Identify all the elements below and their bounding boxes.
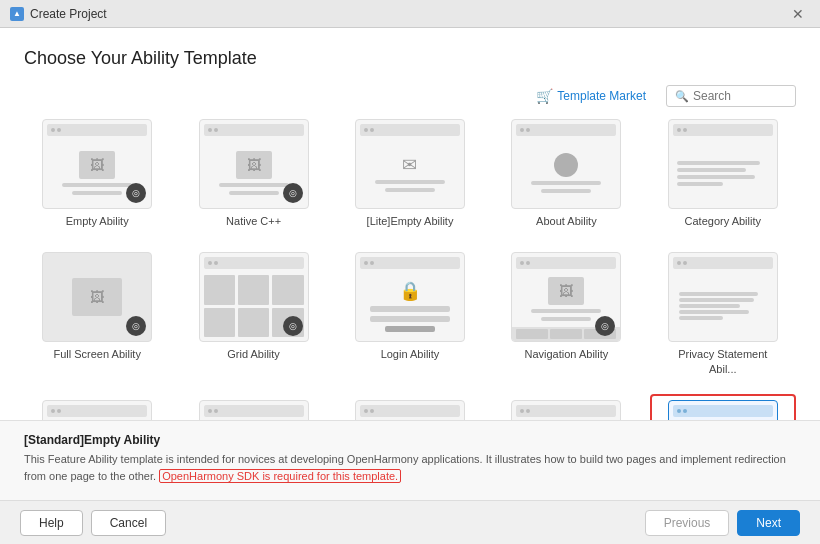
search-icon: 🔍 [675, 90, 689, 103]
title-bar-left: ▲ Create Project [10, 7, 107, 21]
card-image-list-ability: 📋 [355, 400, 465, 420]
previous-button[interactable]: Previous [645, 510, 730, 536]
card-image-native-cpp: 🖼 ◎ [199, 119, 309, 209]
template-market-label: Template Market [557, 89, 646, 103]
badge-icon-native: ◎ [283, 183, 303, 203]
template-card-standard-empty-ability[interactable]: ◯ [Standard]Empty Ability [650, 394, 796, 420]
template-card-login-ability[interactable]: 🔒 Login Ability [337, 246, 483, 382]
app-icon: ▲ [10, 7, 24, 21]
window-title: Create Project [30, 7, 107, 21]
card-image-lite-particle: JS ⊞ [511, 400, 621, 420]
card-label-about-ability: About Ability [536, 214, 597, 228]
template-market-icon: 🛒 [536, 88, 553, 104]
description-panel: [Standard]Empty Ability This Feature Abi… [0, 420, 820, 500]
template-card-navigation-ability[interactable]: 🖼 ◎ Navigation Ability [493, 246, 639, 382]
help-button[interactable]: Help [20, 510, 83, 536]
card-label-login-ability: Login Ability [381, 347, 440, 361]
card-image-navigation-ability: 🖼 ◎ [511, 252, 621, 342]
desc-highlight: OpenHarmony SDK is required for this tem… [159, 469, 401, 483]
card-label-native-cpp: Native C++ [226, 214, 281, 228]
card-label-navigation-ability: Navigation Ability [525, 347, 609, 361]
desc-text-before: This Feature Ability template is intende… [24, 453, 786, 482]
card-image-standard-empty-ability: ◯ [668, 400, 778, 420]
template-card-list-ability[interactable]: 📋 List Ability [337, 394, 483, 420]
header: Choose Your Ability Template [0, 28, 820, 79]
card-label-grid-ability: Grid Ability [227, 347, 280, 361]
title-bar: ▲ Create Project ✕ [0, 0, 820, 28]
window-close-button[interactable]: ✕ [786, 4, 810, 24]
card-label-category-ability: Category Ability [685, 214, 761, 228]
template-card-category-ability[interactable]: Category Ability [650, 113, 796, 234]
footer: Help Cancel Previous Next [0, 500, 820, 544]
badge-icon-grid: ◎ [283, 316, 303, 336]
card-label-lite-empty: [Lite]Empty Ability [367, 214, 454, 228]
card-label-privacy-ability: Privacy Statement Abil... [668, 347, 778, 376]
card-image-login-ability: 🔒 [355, 252, 465, 342]
template-market-button[interactable]: 🛒 Template Market [528, 85, 654, 107]
cancel-button[interactable]: Cancel [91, 510, 166, 536]
toolbar: 🛒 Template Market 🔍 [0, 79, 820, 113]
card-image-privacy-ability [668, 252, 778, 342]
description-text: This Feature Ability template is intende… [24, 451, 796, 484]
card-image-fullscreen: 🖼 ◎ [42, 252, 152, 342]
card-image-lite-empty: ✉ [355, 119, 465, 209]
template-card-splash-screen-ability[interactable]: ◎ Splash Screen Ability [180, 394, 326, 420]
search-input[interactable] [693, 89, 787, 103]
card-image-settings-ability: ◎ [42, 400, 152, 420]
template-card-lite-empty[interactable]: ✉ [Lite]Empty Ability [337, 113, 483, 234]
card-label-fullscreen: Full Screen Ability [53, 347, 140, 361]
description-title: [Standard]Empty Ability [24, 433, 796, 447]
template-grid: 🖼 ◎ Empty Ability 🖼 ◎ [24, 113, 796, 420]
card-image-about-ability [511, 119, 621, 209]
card-image-category-ability [668, 119, 778, 209]
template-card-about-ability[interactable]: About Ability [493, 113, 639, 234]
template-card-empty-ability[interactable]: 🖼 ◎ Empty Ability [24, 113, 170, 234]
card-image-splash-screen-ability: ◎ [199, 400, 309, 420]
footer-left: Help Cancel [20, 510, 166, 536]
card-image-grid-ability: ◎ [199, 252, 309, 342]
template-card-privacy-ability[interactable]: Privacy Statement Abil... [650, 246, 796, 382]
next-button[interactable]: Next [737, 510, 800, 536]
page-title: Choose Your Ability Template [24, 48, 796, 69]
template-card-settings-ability[interactable]: ◎ Settings Ability [24, 394, 170, 420]
main-content: Choose Your Ability Template 🛒 Template … [0, 28, 820, 500]
card-image-empty-ability: 🖼 ◎ [42, 119, 152, 209]
template-card-grid-ability[interactable]: ◎ Grid Ability [180, 246, 326, 382]
search-box: 🔍 [666, 85, 796, 107]
template-grid-container: 🖼 ◎ Empty Ability 🖼 ◎ [0, 113, 820, 420]
template-card-fullscreen[interactable]: 🖼 ◎ Full Screen Ability [24, 246, 170, 382]
footer-right: Previous Next [645, 510, 800, 536]
card-label-empty-ability: Empty Ability [66, 214, 129, 228]
template-card-native-cpp[interactable]: 🖼 ◎ Native C++ [180, 113, 326, 234]
template-card-lite-particle[interactable]: JS ⊞ [Lite]Empty Particle A... [493, 394, 639, 420]
